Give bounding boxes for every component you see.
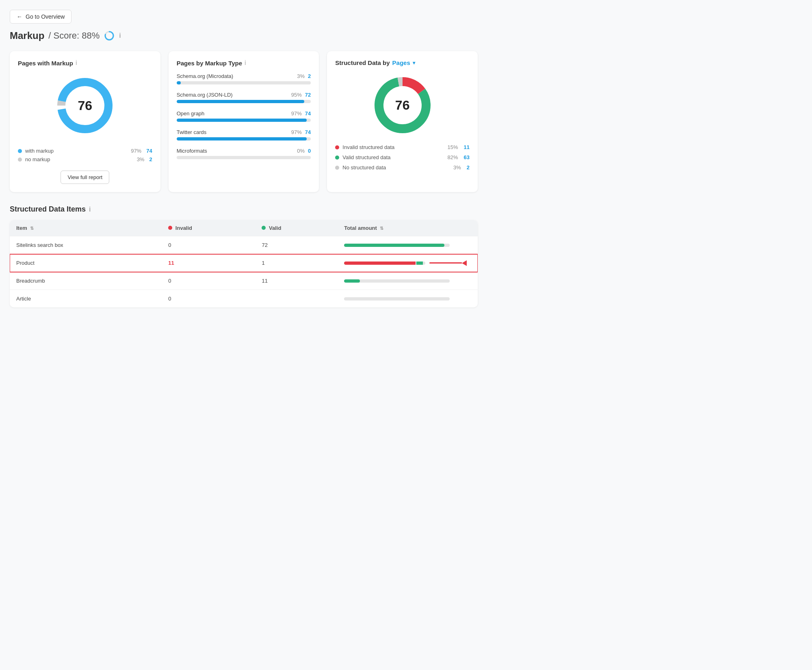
legend-pct-valid: 82% [447, 154, 458, 160]
section-info-icon[interactable]: i [89, 206, 91, 213]
bar-count-microdata: 2 [308, 73, 311, 79]
view-full-report-button[interactable]: View full report [61, 171, 109, 184]
bar-track-sitelinks [344, 244, 450, 247]
legend-label-with-markup: with markup [25, 148, 126, 154]
bar-track-product [344, 262, 425, 265]
bar-track-microdata [177, 81, 311, 84]
structured-data-table: Item ⇅ Invalid Valid Total amount ⇅ Site… [10, 220, 478, 307]
bar-row-microdata: Schema.org (Microdata) 3% 2 [177, 73, 311, 84]
bar-row-microformats: Microformats 0% 0 [177, 148, 311, 159]
bar-label-opengraph: Open graph [177, 110, 205, 117]
markup-type-bar-list: Schema.org (Microdata) 3% 2 Schema.org (… [177, 73, 311, 159]
donut-1-center-value: 76 [78, 98, 93, 113]
bar-label-microdata: Schema.org (Microdata) [177, 73, 233, 79]
cell-total-article [338, 290, 478, 308]
bar-fill-product-valid [416, 262, 423, 265]
bar-fill-microdata [177, 81, 181, 84]
cell-valid-sitelinks: 72 [255, 236, 338, 254]
card-2-info-icon[interactable]: i [245, 59, 246, 67]
cell-item-sitelinks: Sitelinks search box [10, 236, 162, 254]
donut-1-container: 76 with markup 97% 74 no markup 3% 2 Vie… [18, 73, 152, 184]
legend-pct-with-markup: 97% [131, 148, 141, 154]
legend-count-with-markup: 74 [146, 148, 152, 154]
bar-pct-microformats: 0% [297, 148, 305, 154]
legend-pct-no-data: 3% [453, 164, 461, 171]
bar-fill-json-ld [177, 100, 304, 103]
col-header-total[interactable]: Total amount ⇅ [338, 220, 478, 236]
legend-label-invalid: Invalid structured data [342, 144, 444, 150]
back-button-label: Go to Overview [26, 13, 65, 20]
bar-row-twitter: Twitter cards 97% 74 [177, 129, 311, 140]
cell-item-article: Article [10, 290, 162, 308]
bar-wrap-article [344, 297, 471, 300]
bar-count-twitter: 74 [305, 129, 311, 135]
table-row: Article 0 [10, 290, 478, 308]
page-header: Markup / Score: 88% i [10, 30, 478, 41]
legend-invalid-structured: Invalid structured data 15% 11 [335, 144, 470, 150]
legend-count-invalid: 11 [464, 144, 470, 150]
bar-track-microformats [177, 156, 311, 159]
legend-no-structured: No structured data 3% 2 [335, 164, 470, 171]
cell-total-product [338, 254, 478, 272]
cell-item-breadcrumb: Breadcrumb [10, 272, 162, 290]
bar-count-microformats: 0 [308, 148, 311, 154]
card-3-title-text: Structured Data by [335, 59, 390, 66]
header-info-icon[interactable]: i [119, 32, 121, 39]
bar-label-microformats: Microformats [177, 148, 207, 154]
donut-1-legend: with markup 97% 74 no markup 3% 2 [18, 148, 152, 162]
sort-icon-total: ⇅ [380, 226, 383, 231]
legend-dot-no-markup [18, 158, 22, 162]
donut-3-center-value: 76 [395, 98, 410, 113]
card-3-pages-link[interactable]: Pages [392, 59, 410, 66]
table-header: Item ⇅ Invalid Valid Total amount ⇅ [10, 220, 478, 236]
bar-row-json-ld: Schema.org (JSON-LD) 95% 72 [177, 92, 311, 103]
table-row: Product 11 1 [10, 254, 478, 272]
page-score: / Score: 88% [48, 30, 100, 41]
arrow-head-icon [462, 260, 467, 266]
bar-track-breadcrumb [344, 279, 450, 283]
pages-by-markup-type-card: Pages by Markup Type i Schema.org (Micro… [169, 51, 319, 192]
arrow-indicator [429, 260, 467, 266]
page-title-markup: Markup [10, 30, 44, 41]
bar-track-article [344, 297, 450, 300]
cell-valid-article [255, 290, 338, 308]
back-button[interactable]: ← Go to Overview [10, 10, 71, 24]
bar-fill-opengraph [177, 119, 307, 122]
bar-wrap-sitelinks [344, 244, 471, 247]
donut-1: 76 [52, 73, 117, 138]
cell-total-breadcrumb [338, 272, 478, 290]
chevron-down-icon[interactable]: ▾ [413, 60, 415, 66]
legend-item-no-markup: no markup 3% 2 [18, 156, 152, 162]
bar-count-opengraph: 74 [305, 110, 311, 117]
bar-pct-opengraph: 97% [291, 110, 302, 117]
bar-pct-json-ld: 95% [291, 92, 302, 98]
donut-3: 76 [370, 73, 435, 138]
legend-pct-invalid: 15% [447, 144, 458, 150]
bar-track-opengraph [177, 119, 311, 122]
cards-row: Pages with Markup i 76 with markup 97% 7… [10, 51, 478, 192]
cell-total-sitelinks [338, 236, 478, 254]
dot-valid-header [262, 226, 266, 230]
legend-pct-no-markup: 3% [137, 156, 145, 162]
table-body: Sitelinks search box 0 72 Product 11 1 [10, 236, 478, 308]
back-arrow-icon: ← [17, 13, 22, 20]
pages-with-markup-card: Pages with Markup i 76 with markup 97% 7… [10, 51, 160, 192]
bar-track-twitter [177, 137, 311, 140]
card-1-info-icon[interactable]: i [76, 59, 77, 67]
bar-row-opengraph: Open graph 97% 74 [177, 110, 311, 122]
legend-dot-no-data [335, 166, 339, 170]
cell-invalid-breadcrumb: 0 [162, 272, 255, 290]
bar-wrap-breadcrumb [344, 279, 471, 283]
card-3-title: Structured Data by Pages ▾ [335, 59, 470, 66]
dot-invalid-header [168, 226, 172, 230]
bar-fill-sitelinks [344, 244, 444, 247]
cell-valid-breadcrumb: 11 [255, 272, 338, 290]
bar-pct-microdata: 3% [297, 73, 305, 79]
arrow-line [429, 262, 462, 264]
bar-count-json-ld: 72 [305, 92, 311, 98]
section-title-text: Structured Data Items [10, 205, 86, 214]
col-header-invalid: Invalid [162, 220, 255, 236]
bar-fill-breadcrumb [344, 279, 360, 283]
table-row: Sitelinks search box 0 72 [10, 236, 478, 254]
col-header-item[interactable]: Item ⇅ [10, 220, 162, 236]
